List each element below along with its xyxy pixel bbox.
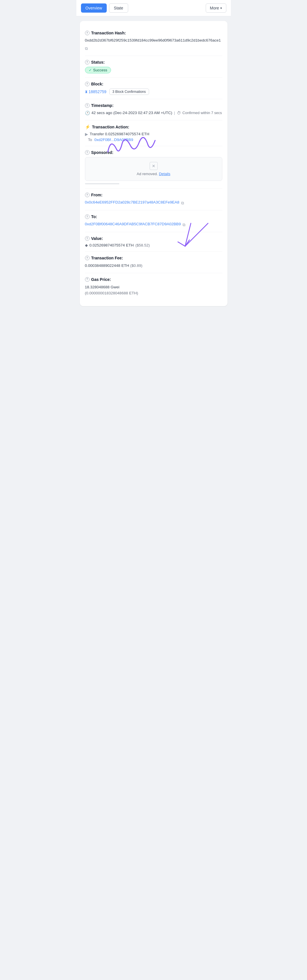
block-row: ⧗ 18852759 3 Block Confirmations — [85, 89, 222, 95]
transaction-fee-label: ? Transaction Fee: — [85, 256, 222, 260]
lightning-icon: ⚡ — [85, 124, 90, 130]
scrollbar-indicator — [85, 183, 119, 184]
help-icon-sponsored[interactable]: ? — [85, 150, 90, 155]
timestamp-value: 🕐 42 secs ago (Dec-24-2023 02:47:23 AM +… — [85, 110, 222, 116]
transaction-details-card: ? Transaction Hash: 0xdd2b2d367bf629f259… — [80, 21, 228, 306]
transaction-hash-section: ? Transaction Hash: 0xdd2b2d367bf629f259… — [85, 27, 222, 56]
transaction-action-section: ⚡ Transaction Action: ▶ Transfer 0.02526… — [85, 120, 222, 146]
arrow-right-icon: ▶ — [85, 132, 88, 137]
value-section: ? Value: ◆ 0.025269874075574 ETH ($58.52… — [85, 232, 222, 252]
help-icon-from[interactable]: ? — [85, 192, 90, 197]
eth-diamond-icon: ◆ — [85, 243, 88, 247]
copy-icon[interactable]: ⧉ — [85, 46, 88, 52]
status-section: ? Status: ✓ Success — [85, 56, 222, 78]
transaction-hash-value: 0xdd2b2d367bf629f259c1539fd184cc99ee96d0… — [85, 38, 222, 52]
to-section: ? To: 0xd2F0Bf00648C46A9DFAB5C9fACB7FC87… — [85, 210, 222, 232]
transaction-fee-section: ? Transaction Fee: 0.000384889022448 ETH… — [85, 252, 222, 273]
value-row: ◆ 0.025269874075574 ETH ($58.52) — [85, 243, 222, 247]
hourglass-icon: ⧗ — [85, 89, 87, 94]
value-label: ? Value: — [85, 236, 222, 241]
ad-details-link[interactable]: Details — [159, 172, 170, 176]
gas-price-value: 18.328048688 Gwei (0.000000018328048688 … — [85, 284, 222, 296]
timestamp-section: ? Timestamp: 🕐 42 secs ago (Dec-24-2023 … — [85, 99, 222, 120]
help-icon[interactable]: ? — [85, 31, 90, 35]
block-confirmations-badge: 3 Block Confirmations — [109, 89, 149, 95]
ad-removed-row: Ad removed. Details — [137, 172, 170, 176]
block-section: ? Block: ⧗ 18852759 3 Block Confirmation… — [85, 78, 222, 99]
help-icon-gas[interactable]: ? — [85, 277, 90, 282]
from-address: 0x0c64eE6952FFD2a028c7BE2197a48A3C8EFe9E… — [85, 199, 222, 206]
help-icon-to[interactable]: ? — [85, 215, 90, 219]
state-tab[interactable]: State — [109, 3, 128, 13]
to-label: ? To: — [85, 215, 222, 219]
copy-icon-from[interactable]: ⧉ — [181, 200, 184, 206]
status-label: ? Status: — [85, 60, 222, 65]
status-row: ✓ Success — [85, 67, 222, 73]
transaction-hash-label: ? Transaction Hash: — [85, 31, 222, 35]
help-icon-value[interactable]: ? — [85, 236, 90, 241]
gas-price-section: ? Gas Price: 18.328048688 Gwei (0.000000… — [85, 273, 222, 301]
help-icon-status[interactable]: ? — [85, 60, 90, 65]
sponsored-label: ? Sponsored: — [85, 150, 222, 155]
nav-tabs: Overview State — [81, 3, 128, 13]
block-number[interactable]: ⧗ 18852759 — [85, 89, 106, 94]
action-to-address[interactable]: 0xd2F0Bf...D9A02BB9 — [94, 138, 133, 142]
from-label: ? From: — [85, 192, 222, 197]
transaction-fee-value: 0.000384889022448 ETH ($0.89) — [85, 262, 222, 269]
overview-tab[interactable]: Overview — [81, 3, 107, 13]
ad-x-icon: ✕ — [150, 162, 158, 170]
to-address: 0xd2F0Bf00648C46A9DFAB5C9fACB7FC87D9A02B… — [85, 221, 222, 228]
copy-icon-to[interactable]: ⧉ — [182, 222, 185, 228]
ad-box: ✕ Ad removed. Details — [85, 157, 222, 181]
check-circle-icon: ✓ — [89, 68, 92, 72]
action-row: ▶ Transfer 0.025269874075574 ETH — [85, 132, 222, 137]
top-navigation: Overview State More ▾ — [76, 0, 231, 16]
status-badge: ✓ Success — [85, 67, 111, 73]
gas-price-label: ? Gas Price: — [85, 277, 222, 282]
clock-icon: 🕐 — [85, 110, 90, 116]
sponsored-section: ? Sponsored: ✕ Ad removed. Details — [85, 146, 222, 189]
more-button[interactable]: More ▾ — [206, 3, 226, 13]
help-icon-fee[interactable]: ? — [85, 256, 90, 260]
timestamp-label: ? Timestamp: — [85, 103, 222, 108]
from-section: ? From: 0x0c64eE6952FFD2a028c7BE2197a48A… — [85, 189, 222, 210]
transaction-action-label: ⚡ Transaction Action: — [85, 124, 222, 130]
action-to-row: To 0xd2F0Bf...D9A02BB9 — [85, 138, 222, 142]
block-label: ? Block: — [85, 82, 222, 86]
help-icon-timestamp[interactable]: ? — [85, 103, 90, 108]
help-icon-block[interactable]: ? — [85, 82, 90, 86]
stopwatch-icon: ⏱ — [177, 110, 181, 116]
chevron-down-icon: ▾ — [220, 6, 222, 10]
